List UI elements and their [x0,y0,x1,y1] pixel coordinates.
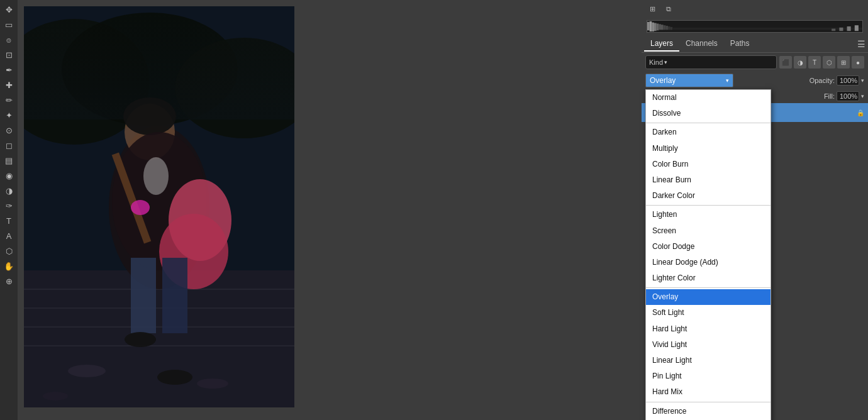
svg-point-24 [197,379,228,389]
search-box[interactable]: Kind ▾ [645,55,777,69]
blend-option-color-dodge[interactable]: Color Dodge [646,239,771,255]
svg-point-18 [143,157,169,195]
layers-search-row: Kind ▾ ⬛ ◑ T ⬡ ⊞ ● [642,53,868,72]
fill-value[interactable]: 100% [837,91,859,101]
search-kind-arrow[interactable]: ▾ [664,59,667,65]
photo-canvas [24,6,294,407]
blend-separator-1 [646,123,771,123]
blend-option-difference[interactable]: Difference [646,404,771,419]
svg-rect-40 [839,28,843,31]
blend-option-pin-light[interactable]: Pin Light [646,368,771,384]
tab-paths[interactable]: Paths [724,36,756,52]
layers-panel: Layers Channels Paths ☰ Kind ▾ ⬛ ◑ T ⬡ ⊞… [642,35,868,420]
svg-rect-34 [664,25,666,30]
shape-tool[interactable]: ⬡ [2,244,16,258]
filter-text-icon[interactable]: T [808,56,821,69]
blend-mode-arrow: ▾ [726,77,729,84]
clone-tool[interactable]: ✦ [2,108,16,122]
blend-separator-2 [646,205,771,206]
svg-rect-29 [652,23,654,31]
blend-option-color-burn[interactable]: Color Burn [646,157,771,172]
gradient-tool[interactable]: ▤ [2,153,16,167]
select-tool[interactable]: ▭ [2,18,16,31]
blend-option-lighten[interactable]: Lighten [646,207,771,223]
fill-arrow[interactable]: ▾ [861,93,864,99]
blend-option-hard-mix[interactable]: Hard Mix [646,384,771,400]
filter-shape-icon[interactable]: ⬡ [823,56,835,69]
svg-rect-33 [661,25,664,30]
svg-point-21 [125,332,156,347]
right-panel: ⊞ ⧉ [642,0,868,420]
blend-option-vivid-light[interactable]: Vivid Light [646,337,771,353]
histogram-area [642,18,868,35]
svg-point-22 [157,370,192,385]
svg-rect-5 [24,270,294,407]
svg-rect-39 [832,29,835,31]
tab-channels[interactable]: Channels [679,36,724,52]
svg-rect-26 [647,21,862,32]
lock-icon: 🔒 [857,109,864,116]
opacity-row: Opacity: 100% ▾ [810,75,864,86]
filter-toggle[interactable]: ● [852,56,864,69]
search-kind-label: Kind [649,58,663,66]
dodge-tool[interactable]: ◑ [2,184,16,197]
blend-option-lighter-color[interactable]: Lighter Color [646,270,771,286]
blend-option-soft-light[interactable]: Soft Light [646,305,771,321]
eraser-tool[interactable]: ◻ [2,138,16,152]
blend-mode-dropdown[interactable]: Overlay ▾ [645,74,733,87]
left-toolbar: ✥ ▭ ⌾ ⊡ ✒ ✚ ✏ ✦ ⊙ ◻ ▤ ◉ ◑ ✑ T A ⬡ ✋ ⊕ [0,0,18,420]
blend-mode-row: Overlay ▾ Opacity: 100% ▾ Normal Dissolv… [642,72,868,89]
blend-option-screen[interactable]: Screen [646,223,771,239]
svg-point-12 [123,97,176,135]
move-tool[interactable]: ✥ [2,3,16,16]
blend-option-linear-light[interactable]: Linear Light [646,353,771,368]
pen-tool[interactable]: ✑ [2,199,16,213]
panel-icon2[interactable]: ⧉ [662,2,676,16]
svg-rect-37 [670,27,673,30]
svg-rect-35 [665,26,668,30]
blend-option-linear-dodge[interactable]: Linear Dodge (Add) [646,255,771,270]
healing-tool[interactable]: ✚ [2,78,16,92]
filter-smart-icon[interactable]: ⊞ [837,56,850,69]
svg-rect-19 [131,258,156,333]
svg-rect-20 [162,258,187,333]
histogram-chart [647,20,863,33]
blur-tool[interactable]: ◉ [2,169,16,182]
blend-option-overlay[interactable]: Overlay [646,289,771,305]
blend-option-multiply[interactable]: Multiply [646,141,771,157]
filter-pixel-icon[interactable]: ⬛ [779,56,792,69]
svg-rect-31 [657,24,659,31]
opacity-value[interactable]: 100% [837,75,859,86]
blend-option-dissolve[interactable]: Dissolve [646,106,771,121]
filter-icons: ⬛ ◑ T ⬡ ⊞ ● [779,56,864,69]
blend-option-hard-light[interactable]: Hard Light [646,321,771,337]
svg-rect-30 [654,23,657,31]
panel-options-icon[interactable]: ⊞ [645,2,659,16]
svg-rect-27 [647,22,650,31]
hand-tool[interactable]: ✋ [2,259,16,273]
svg-rect-28 [650,21,652,31]
tab-layers[interactable]: Layers [644,36,679,52]
layers-tabs: Layers Channels Paths ☰ [642,35,868,53]
svg-point-23 [68,365,106,377]
svg-point-25 [43,392,68,401]
svg-rect-32 [659,24,661,30]
svg-rect-41 [847,26,851,31]
layers-panel-menu[interactable]: ☰ [857,39,865,49]
brush-tool[interactable]: ✏ [2,93,16,107]
blend-option-darken[interactable]: Darken [646,124,771,140]
opacity-arrow[interactable]: ▾ [861,77,864,84]
svg-rect-36 [668,26,670,30]
filter-adjust-icon[interactable]: ◑ [794,56,806,69]
blend-option-normal[interactable]: Normal [646,90,771,106]
path-select-tool[interactable]: A [2,229,16,243]
blend-option-darker-color[interactable]: Darker Color [646,188,771,204]
lasso-tool[interactable]: ⌾ [2,33,16,47]
blend-option-linear-burn[interactable]: Linear Burn [646,172,771,188]
crop-tool[interactable]: ⊡ [2,48,16,62]
blend-mode-menu: Normal Dissolve Darken Multiply Color Bu… [645,89,771,420]
zoom-tool[interactable]: ⊕ [2,274,16,288]
history-tool[interactable]: ⊙ [2,123,16,137]
eyedropper-tool[interactable]: ✒ [2,63,16,77]
text-tool[interactable]: T [2,214,16,228]
